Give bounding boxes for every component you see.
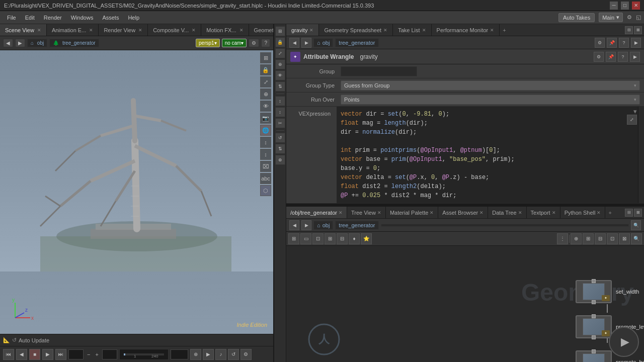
tab-composite-close[interactable]: ✕ (192, 28, 196, 33)
tab-scene-view-close[interactable]: ✕ (37, 28, 41, 33)
tab-geometry[interactable]: Geometry S... ✕ (249, 24, 273, 36)
viewport-icon-10[interactable]: ⌧ (260, 161, 271, 172)
ntoolbar-zoom-fit[interactable]: 🔍 (631, 233, 642, 244)
ntoolbar-list-btn[interactable]: ⋮ (557, 233, 568, 244)
ntoolbar-btn-1[interactable]: ⊞ (288, 233, 299, 244)
ntoolbar-btn-5[interactable]: ⊟ (337, 233, 348, 244)
current-frame-input[interactable]: 1 (68, 349, 84, 359)
tab-render-close[interactable]: ✕ (138, 28, 142, 33)
rtab-icon-float[interactable]: ⊠ (634, 26, 642, 34)
group-input[interactable] (341, 66, 417, 76)
rtoolbar-help[interactable]: ? (619, 38, 629, 48)
node-canvas-play-button[interactable]: ▶ (609, 327, 639, 357)
menu-edit[interactable]: Edit (21, 13, 39, 22)
btab-python-shell[interactable]: Python Shell ✕ (560, 207, 606, 218)
btab-textport-close[interactable]: ✕ (552, 210, 556, 215)
play-last-button[interactable]: ⏭ (55, 349, 66, 360)
rtab-geometry-spreadsheet-close[interactable]: ✕ (383, 28, 387, 33)
rtoolbar-path-obj[interactable]: ⌂ obj (313, 38, 333, 47)
btab-tree-generator-close[interactable]: ✕ (339, 210, 343, 215)
node-pathbar-search[interactable]: 🔍 (631, 220, 641, 230)
tab-animation-close[interactable]: ✕ (89, 28, 93, 33)
tab-motion[interactable]: Motion FX... ✕ (201, 24, 249, 36)
viewport[interactable]: x y z Indie Edition ⊞ 🔒 ⤢ ⊕ 👁 � (0, 50, 273, 334)
vt-btn-10[interactable]: ↺ (275, 133, 285, 143)
viewport-icon-8[interactable]: ↕ (260, 137, 271, 148)
btab-tree-view[interactable]: Tree View ✕ (347, 207, 386, 218)
close-button[interactable]: ✕ (632, 2, 640, 10)
node-pathbar-tree-gen[interactable]: tree_generator (335, 221, 378, 230)
rtab-performance-monitor-close[interactable]: ✕ (490, 28, 494, 33)
group-type-dropdown[interactable]: Guess from Group ▾ (341, 80, 640, 90)
rtab-add-button[interactable]: + (500, 26, 509, 35)
tab-render[interactable]: Render View ✕ (99, 24, 148, 36)
vt-btn-8[interactable]: ↕ (275, 107, 285, 117)
play-options-button[interactable]: ▶ (203, 349, 214, 360)
rtoolbar-path-node[interactable]: tree_generator (335, 38, 378, 47)
gear-icon[interactable]: ⚙ (627, 14, 632, 21)
vt-btn-6[interactable]: ⇅ (275, 81, 285, 92)
ntoolbar-align-1[interactable]: ⊞ (583, 233, 594, 244)
rtoolbar-back[interactable]: ◀ (289, 38, 299, 48)
node-set-width[interactable]: ✦ set_width (576, 280, 639, 303)
btab-data-tree[interactable]: Data Tree ✕ (488, 207, 526, 218)
ntoolbar-btn-3[interactable]: ⊡ (312, 233, 324, 244)
rtab-performance-monitor[interactable]: Performance Monitor ✕ (432, 24, 500, 36)
rtab-take-list[interactable]: Take List ✕ (393, 24, 431, 36)
menu-render[interactable]: Render (40, 13, 66, 22)
rtab-take-list-close[interactable]: ✕ (422, 28, 426, 33)
vt-btn-1[interactable]: ⊞ (275, 26, 285, 36)
view-help-button[interactable]: ? (261, 39, 270, 47)
vex-scrollbar[interactable] (638, 107, 644, 203)
menu-file[interactable]: File (3, 13, 20, 22)
auto-update-label[interactable]: Auto Update (19, 337, 49, 343)
stop-button[interactable]: ■ (29, 349, 40, 360)
back-nav-button[interactable]: ◀ (3, 39, 13, 47)
play-prev-button[interactable]: ◀ (16, 349, 27, 360)
btab-undock[interactable]: ⊟ (625, 209, 633, 217)
rtoolbar-pin[interactable]: 📌 (607, 38, 617, 48)
zoom-fit-button[interactable]: ⊕ (190, 349, 201, 360)
ntoolbar-btn-4[interactable]: ⊞ (325, 233, 336, 244)
viewport-icon-7[interactable]: 🌐 (260, 125, 271, 136)
rtoolbar-expand[interactable]: ▶ (631, 38, 641, 48)
rtoolbar-settings[interactable]: ⚙ (595, 38, 605, 48)
ntoolbar-align-4[interactable]: ⊠ (619, 233, 630, 244)
vt-btn-12[interactable]: ⊕ (275, 155, 285, 165)
aw-header-pin[interactable]: 📌 (606, 52, 616, 62)
persp-button[interactable]: persp1▾ (196, 39, 220, 47)
bottom-icon-2[interactable]: ↺ (12, 337, 17, 343)
ntoolbar-snap[interactable]: ⊕ (571, 233, 582, 244)
menu-help[interactable]: Help (124, 13, 143, 22)
viewport-icon-5[interactable]: 👁 (260, 101, 271, 112)
frame-plus-button[interactable]: + (94, 351, 100, 357)
auto-takes-button[interactable]: Auto Takes (558, 13, 595, 22)
vt-btn-9[interactable]: ✂ (275, 118, 285, 128)
frame-minus-button[interactable]: − (86, 351, 92, 357)
tab-composite[interactable]: Composite V... ✕ (148, 24, 201, 36)
vt-btn-3[interactable]: ⤢ (275, 48, 285, 58)
rtoolbar-forward[interactable]: ▶ (301, 38, 311, 48)
btab-textport[interactable]: Textport ✕ (527, 207, 560, 218)
ntoolbar-align-2[interactable]: ⊟ (595, 233, 606, 244)
rtab-gravity[interactable]: gravity ✕ (286, 24, 319, 36)
viewport-icon-1[interactable]: ⊞ (260, 52, 271, 63)
bottom-icon-1[interactable]: 📐 (3, 337, 10, 343)
tab-motion-close[interactable]: ✕ (239, 28, 244, 33)
node-pathbar-obj[interactable]: ⌂ obj (313, 221, 333, 230)
btab-python-shell-close[interactable]: ✕ (597, 210, 601, 215)
info-icon[interactable]: ◱ (636, 14, 641, 21)
node-pathbar-back[interactable]: ◀ (289, 220, 299, 230)
viewport-icon-2[interactable]: 🔒 (260, 64, 271, 75)
vex-editor[interactable]: vector dir = set(0, -9.81, 0); float mag… (337, 107, 644, 203)
tab-scene-view[interactable]: Scene View ✕ (0, 24, 47, 36)
menu-windows[interactable]: Windows (67, 13, 98, 22)
btab-material-palette-close[interactable]: ✕ (430, 210, 434, 215)
aw-header-help[interactable]: ? (618, 52, 628, 62)
rtab-geometry-spreadsheet[interactable]: Geometry Spreadsheet ✕ (319, 24, 393, 36)
viewport-icon-12[interactable]: ⬡ (260, 185, 271, 196)
minimize-button[interactable]: ─ (610, 2, 618, 10)
vt-btn-11[interactable]: ⇅ (275, 144, 285, 154)
btab-asset-browser-close[interactable]: ✕ (479, 210, 484, 215)
aw-header-settings[interactable]: ⚙ (594, 52, 604, 62)
